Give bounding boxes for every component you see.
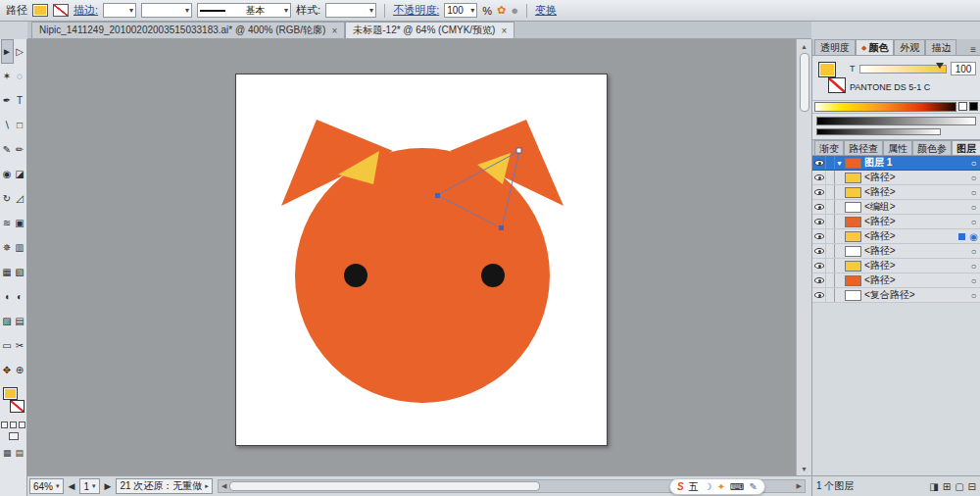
keyboard-icon[interactable]: ⌨ xyxy=(730,481,744,492)
scroll-left-icon[interactable]: ◀ xyxy=(219,482,229,490)
sogou-logo-icon[interactable]: S xyxy=(677,481,684,492)
free-transform-tool[interactable]: ▣ xyxy=(14,211,26,235)
layer-name[interactable]: 图层 1 xyxy=(864,156,967,170)
anchor-point[interactable] xyxy=(435,193,440,198)
history-status[interactable]: 21 次还原：无重做▸ xyxy=(116,478,212,494)
layer-item-row[interactable]: ▷ <路径> xyxy=(812,244,980,259)
target-circle-icon[interactable] xyxy=(967,202,980,213)
lock-cell[interactable] xyxy=(826,215,835,228)
rotate-tool[interactable]: ↻ xyxy=(1,186,14,211)
black-swatch[interactable] xyxy=(969,102,978,111)
item-label[interactable]: <路径> xyxy=(864,185,967,199)
dock-tab[interactable]: 路径查 xyxy=(844,140,883,155)
target-circle-icon[interactable] xyxy=(967,217,980,227)
scroll-down-icon[interactable]: ▼ xyxy=(801,462,808,475)
stroke-color-swatch[interactable] xyxy=(53,4,69,17)
dock-tab[interactable]: 颜色参 xyxy=(912,140,952,155)
layer-item-row[interactable]: ▷ <路径> xyxy=(812,185,980,200)
stroke-weight-select[interactable]: ▾ xyxy=(103,3,136,18)
expander-icon[interactable]: ▼ xyxy=(835,160,844,167)
lasso-tool[interactable]: ◌ xyxy=(14,64,26,88)
half-full-width-icon[interactable]: ☽ xyxy=(704,481,712,492)
stroke-well[interactable] xyxy=(828,77,846,93)
new-sublayer-icon[interactable]: ⊞ xyxy=(943,481,951,492)
screen-mode-button[interactable] xyxy=(9,432,19,440)
type-tool[interactable]: T xyxy=(14,88,26,113)
panel-tab[interactable]: ◆ 颜色 xyxy=(856,39,894,55)
direct-selection-tool[interactable]: ▷ xyxy=(14,39,26,64)
visibility-cell[interactable] xyxy=(812,171,826,184)
eyedropper-tool[interactable]: ◖ xyxy=(1,284,14,309)
fill-color-swatch[interactable] xyxy=(32,4,48,17)
target-circle-icon[interactable] xyxy=(967,231,980,242)
selection-tool[interactable]: ► xyxy=(1,39,14,64)
draw-behind-button[interactable] xyxy=(10,422,17,428)
horizontal-scroll-thumb[interactable] xyxy=(229,481,539,491)
target-circle-icon[interactable] xyxy=(967,187,980,198)
vertical-scrollbar[interactable]: ▲ ▼ xyxy=(796,39,811,475)
document-tab[interactable]: 未标题-12* @ 64% (CMYK/预览) × xyxy=(345,22,514,38)
lock-cell[interactable] xyxy=(826,171,835,184)
vertical-scroll-thumb[interactable] xyxy=(800,53,809,112)
lock-cell[interactable] xyxy=(826,156,835,170)
zoom-tool[interactable]: ⊕ xyxy=(14,358,26,382)
paintbrush-tool[interactable]: ✎ xyxy=(1,137,14,162)
opacity-link[interactable]: 不透明度: xyxy=(393,3,439,18)
lock-cell[interactable] xyxy=(826,273,835,287)
delete-layer-icon[interactable]: ⊟ xyxy=(968,481,976,492)
dock-tab[interactable]: 渐变 xyxy=(814,140,844,155)
toolbar-fill-swatch[interactable] xyxy=(3,387,18,400)
ime-settings-icon[interactable]: ✎ xyxy=(749,481,757,492)
panel-menu-icon[interactable]: ≡ xyxy=(970,44,976,55)
lock-cell[interactable] xyxy=(826,185,835,199)
pencil-tool[interactable]: ✏ xyxy=(14,137,26,162)
target-circle-icon[interactable] xyxy=(967,173,980,183)
artboard-number-select[interactable]: 1▾ xyxy=(79,478,99,494)
scale-tool[interactable]: ◿ xyxy=(14,186,26,211)
dock-tab[interactable]: 图层 xyxy=(952,140,980,155)
tint-slider[interactable] xyxy=(859,65,948,74)
panel-tab[interactable]: ◆ 外观 xyxy=(894,39,925,55)
recolor-artwork-icon[interactable]: ✿ xyxy=(497,5,506,16)
mesh-tool[interactable]: ▦ xyxy=(1,260,14,284)
launch-icon[interactable]: ● xyxy=(511,4,518,17)
document-tab[interactable]: Nipic_1411249_20100202003515033183.ai* @… xyxy=(31,22,345,38)
item-label[interactable]: <复合路径> xyxy=(864,288,967,302)
item-label[interactable]: <路径> xyxy=(864,171,967,184)
stroke-link[interactable]: 描边: xyxy=(74,3,98,18)
item-label[interactable]: <路径> xyxy=(864,229,958,243)
target-circle-icon[interactable] xyxy=(967,261,980,272)
opacity-select[interactable]: 100▾ xyxy=(444,3,477,18)
target-circle-icon[interactable] xyxy=(967,246,980,257)
item-label[interactable]: <路径> xyxy=(864,259,967,273)
layer-item-row[interactable]: ▷ <路径> xyxy=(812,273,980,288)
line-segment-tool[interactable]: ∖ xyxy=(1,113,14,137)
eraser-tool[interactable]: ◪ xyxy=(14,162,26,186)
layer-item-row[interactable]: ▷ <路径> xyxy=(812,229,980,244)
brush-definition-select[interactable]: 基本▾ xyxy=(197,3,291,18)
visibility-cell[interactable] xyxy=(812,200,826,214)
style-select[interactable]: ▾ xyxy=(325,3,376,18)
blend-tool[interactable]: ◐ xyxy=(14,284,26,309)
gradient-tool[interactable]: ▧ xyxy=(14,260,26,284)
new-layer-icon[interactable]: ▢ xyxy=(955,481,963,492)
next-artboard-button[interactable]: ▶ xyxy=(103,481,114,491)
scroll-right-icon[interactable]: ▶ xyxy=(794,482,805,490)
artboard[interactable] xyxy=(235,74,608,446)
close-icon[interactable]: × xyxy=(331,25,337,36)
visibility-cell[interactable] xyxy=(812,215,826,228)
item-label[interactable]: <路径> xyxy=(864,215,967,228)
layer-item-row[interactable]: ▷ <复合路径> xyxy=(812,288,980,303)
target-circle-icon[interactable] xyxy=(967,290,980,301)
gradient-preview[interactable] xyxy=(816,117,976,125)
lock-cell[interactable] xyxy=(826,259,835,273)
gradient-slider[interactable] xyxy=(816,128,941,135)
graph-tool[interactable]: ▥ xyxy=(14,235,26,260)
table-icon[interactable]: ▤ xyxy=(16,448,24,458)
cat-right-eye[interactable] xyxy=(481,264,505,287)
visibility-cell[interactable] xyxy=(812,185,826,199)
toolbar-stroke-swatch[interactable] xyxy=(10,400,24,413)
visibility-cell[interactable] xyxy=(812,259,826,273)
live-paint-selection-tool[interactable]: ▤ xyxy=(14,309,26,333)
symbol-sprayer-tool[interactable]: ✵ xyxy=(1,235,14,260)
